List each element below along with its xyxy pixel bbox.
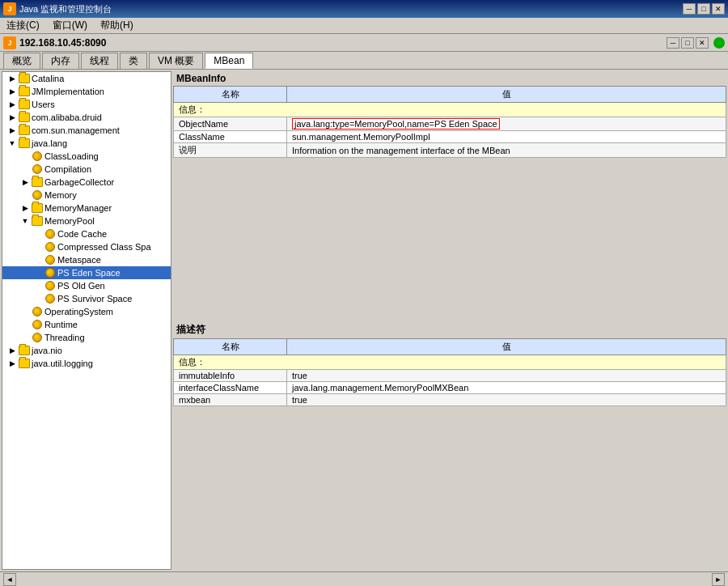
mbean-value-header: 值 [287, 87, 726, 103]
tab-threads[interactable]: 线程 [81, 53, 118, 69]
tree-expander[interactable]: ▶ [19, 176, 32, 189]
title-bar-controls[interactable]: ─ □ ✕ [683, 3, 725, 15]
tree-expander[interactable]: ▶ [6, 344, 19, 357]
tab-vm[interactable]: VM 概要 [149, 53, 203, 69]
tree-item[interactable]: ▶java.nio [2, 344, 171, 357]
tree-item[interactable]: Metaspace [2, 253, 171, 266]
mbean-info-title: MBeanInfo [173, 71, 726, 86]
tree-expander[interactable]: ▶ [6, 72, 19, 85]
tree-item[interactable]: ▼MemoryPool [2, 214, 171, 227]
tree-item[interactable]: PS Survivor Space [2, 292, 171, 305]
tab-classes[interactable]: 类 [120, 53, 147, 69]
tree-expander[interactable] [32, 227, 44, 240]
tree-node-icon [44, 228, 56, 240]
tree-expander[interactable] [19, 318, 32, 331]
tree-item[interactable]: Code Cache [2, 227, 171, 240]
tree-expander[interactable] [19, 331, 32, 344]
menu-bar: 连接(C) 窗口(W) 帮助(H) [0, 18, 728, 34]
minimize-button[interactable]: ─ [683, 3, 696, 15]
tree-item[interactable]: ▶com.sun.management [2, 124, 171, 137]
conn-maximize[interactable]: □ [681, 37, 694, 49]
tree-item-label: com.alibaba.druid [32, 113, 102, 122]
tab-mbean[interactable]: MBean [205, 53, 253, 69]
tree-expander[interactable] [19, 189, 32, 202]
tree-item[interactable]: ▶GarbageCollector [2, 176, 171, 189]
menu-help[interactable]: 帮助(H) [97, 18, 137, 33]
tree-item[interactable]: ▶java.util.logging [2, 357, 171, 370]
content-panel: MBeanInfo 名称 值 信息： [173, 71, 726, 570]
tree-expander[interactable]: ▶ [6, 124, 19, 137]
conn-bar-controls[interactable]: ─ □ ✕ [667, 37, 725, 49]
tree-item-label: PS Old Gen [57, 281, 105, 291]
tree-node-icon [32, 332, 43, 343]
tree-item-label: com.sun.management [32, 125, 120, 135]
tree-item-label: GarbageCollector [44, 177, 114, 187]
conn-minimize[interactable]: ─ [667, 37, 679, 49]
tree-item-label: Code Cache [57, 229, 107, 239]
tree-expander[interactable] [32, 266, 44, 279]
tree-expander[interactable] [32, 292, 44, 305]
table-row: immutableInfo true [174, 370, 726, 382]
tree-item[interactable]: Memory [2, 189, 171, 202]
table-row: ObjectName java.lang:type=MemoryPool,nam… [174, 117, 726, 131]
tree-item[interactable]: OperatingSystem [2, 305, 171, 318]
tree-node-icon [19, 112, 30, 123]
tree-item-label: Runtime [44, 320, 78, 329]
menu-connect[interactable]: 连接(C) [3, 18, 43, 33]
tree-item[interactable]: Threading [2, 331, 171, 344]
tree-item[interactable]: ▶Catalina [2, 72, 171, 85]
tree-item-label: MemoryManager [44, 203, 112, 213]
descriptor-table-wrapper[interactable]: 名称 值 信息： immutableInfo true in [173, 338, 726, 406]
spacer-top [173, 159, 726, 321]
tree-expander[interactable]: ▶ [6, 111, 19, 124]
tree-item[interactable]: ClassLoading [2, 150, 171, 163]
conn-bar: J 192.168.10.45:8090 ─ □ ✕ [0, 34, 728, 52]
tree-item[interactable]: ▶com.alibaba.druid [2, 111, 171, 124]
tree-expander[interactable] [32, 279, 44, 292]
mbean-info-section: MBeanInfo 名称 值 信息： [173, 71, 726, 158]
tree-item[interactable]: ▶MemoryManager [2, 202, 171, 214]
tree-expander[interactable]: ▶ [6, 85, 19, 98]
tree-item[interactable]: Compilation [2, 163, 171, 176]
tree-expander[interactable]: ▶ [6, 357, 19, 370]
scroll-left-button[interactable]: ◄ [3, 573, 16, 586]
tree-item[interactable]: ▼java.lang [2, 137, 171, 150]
mbean-row-value-2: Information on the management interface … [287, 143, 726, 158]
scroll-right-button[interactable]: ► [712, 573, 725, 586]
tree-expander[interactable]: ▶ [19, 202, 32, 214]
main-layout: ▶Catalina▶JMImplementation▶Users▶com.ali… [0, 70, 728, 571]
tab-overview[interactable]: 概览 [3, 53, 40, 69]
tree-expander[interactable]: ▼ [6, 137, 19, 150]
mbean-info-row: 信息： [174, 103, 726, 117]
tree-item-label: OperatingSystem [44, 307, 113, 316]
tree-item-label: java.nio [32, 346, 62, 355]
tree-expander[interactable] [19, 305, 32, 318]
tree-item[interactable]: Compressed Class Spa [2, 240, 171, 253]
tree-expander[interactable] [19, 150, 32, 163]
tree-item[interactable]: PS Eden Space [2, 266, 171, 279]
close-button[interactable]: ✕ [712, 3, 725, 15]
table-row: mxbean true [174, 394, 726, 406]
tree-expander[interactable]: ▶ [6, 98, 19, 111]
menu-window[interactable]: 窗口(W) [49, 18, 91, 33]
tree-item[interactable]: Runtime [2, 318, 171, 331]
tree-node-icon [44, 280, 56, 291]
tree-node-icon [44, 267, 56, 278]
tree-item[interactable]: ▶Users [2, 98, 171, 111]
tree-expander[interactable]: ▼ [19, 214, 32, 227]
tree-node-icon [44, 254, 56, 265]
tree-item[interactable]: PS Old Gen [2, 279, 171, 292]
conn-close[interactable]: ✕ [696, 37, 709, 49]
tab-memory[interactable]: 内存 [42, 53, 79, 69]
desc-info-row: 信息： [174, 355, 726, 370]
tree-expander[interactable] [32, 240, 44, 253]
tree-item[interactable]: ▶JMImplementation [2, 85, 171, 98]
maximize-button[interactable]: □ [697, 3, 710, 15]
tree-item-label: Memory [44, 190, 77, 200]
tree-expander[interactable] [19, 163, 32, 176]
mbean-info-table-wrapper[interactable]: 名称 值 信息： ObjectName java.lang:type=Memor… [173, 86, 726, 158]
mbean-row-name-1: ClassName [174, 131, 287, 143]
tree-panel[interactable]: ▶Catalina▶JMImplementation▶Users▶com.ali… [2, 71, 171, 570]
tree-expander[interactable] [32, 253, 44, 266]
tree-node-icon [32, 202, 43, 214]
